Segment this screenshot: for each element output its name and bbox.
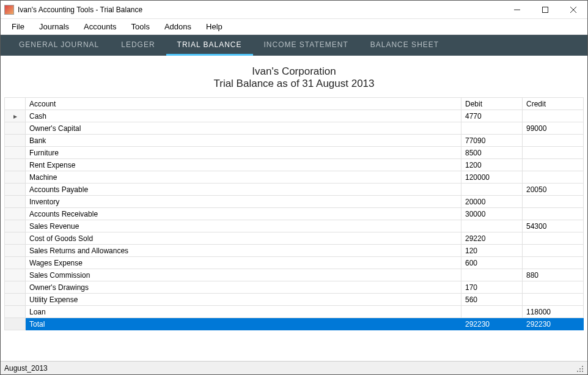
cell-debit[interactable]: 77090 xyxy=(461,135,523,147)
cell-credit[interactable]: 99000 xyxy=(523,122,584,135)
cell-account[interactable]: Accounts Payable xyxy=(26,184,461,196)
cell-account[interactable]: Wages Expense xyxy=(26,257,461,269)
row-indicator xyxy=(5,220,26,232)
cell-debit[interactable]: 30000 xyxy=(461,208,523,220)
table-row[interactable]: Owner's Drawings170 xyxy=(5,281,584,294)
minimize-button[interactable] xyxy=(503,1,531,18)
table-row[interactable]: ▸Cash4770 xyxy=(5,110,584,122)
cell-credit[interactable] xyxy=(523,257,584,269)
maximize-button[interactable] xyxy=(531,1,559,18)
cell-debit[interactable] xyxy=(461,184,523,196)
table-row[interactable]: Cost of Goods Sold29220 xyxy=(5,232,584,245)
cell-debit[interactable]: 20000 xyxy=(461,196,523,208)
table-row[interactable]: Loan118000 xyxy=(5,306,584,318)
cell-credit[interactable] xyxy=(523,110,584,122)
resize-grip-icon[interactable] xyxy=(575,364,584,373)
cell-account[interactable]: Owner's Drawings xyxy=(26,281,461,294)
cell-credit[interactable] xyxy=(523,232,584,245)
table-row[interactable]: Furniture8500 xyxy=(5,147,584,159)
cell-debit[interactable] xyxy=(461,122,523,135)
col-account[interactable]: Account xyxy=(26,98,461,110)
cell-debit[interactable]: 600 xyxy=(461,257,523,269)
tab-general-journal[interactable]: GENERAL JOURNAL xyxy=(8,35,110,56)
close-button[interactable] xyxy=(559,1,587,18)
cell-account[interactable]: Sales Revenue xyxy=(26,220,461,232)
row-indicator xyxy=(5,159,26,171)
titlebar[interactable]: Ivan's Accounting Tools - Trial Balance xyxy=(1,1,587,19)
table-row[interactable]: Sales Commission880 xyxy=(5,269,584,281)
table-row[interactable]: Utility Expense560 xyxy=(5,294,584,306)
cell-credit[interactable]: 54300 xyxy=(523,220,584,232)
tab-ledger[interactable]: LEDGER xyxy=(110,35,166,56)
cell-credit[interactable] xyxy=(523,196,584,208)
cell-account[interactable]: Utility Expense xyxy=(26,294,461,306)
table-row[interactable]: Inventory20000 xyxy=(5,196,584,208)
cell-debit[interactable]: 560 xyxy=(461,294,523,306)
cell-debit[interactable]: 170 xyxy=(461,281,523,294)
company-name: Ivan's Corporation xyxy=(1,65,587,78)
row-indicator xyxy=(5,257,26,269)
table-row[interactable]: Sales Revenue54300 xyxy=(5,220,584,232)
table-row[interactable]: Bank77090 xyxy=(5,135,584,147)
cell-debit[interactable] xyxy=(461,306,523,318)
cell-credit[interactable]: 292230 xyxy=(523,318,584,330)
row-indicator xyxy=(5,147,26,159)
cell-account[interactable]: Furniture xyxy=(26,147,461,159)
cell-credit[interactable]: 20050 xyxy=(523,184,584,196)
cell-account[interactable]: Accounts Receivable xyxy=(26,208,461,220)
col-credit[interactable]: Credit xyxy=(523,98,584,110)
cell-debit[interactable]: 292230 xyxy=(461,318,523,330)
cell-credit[interactable] xyxy=(523,171,584,184)
tab-trial-balance[interactable]: TRIAL BALANCE xyxy=(166,35,253,56)
cell-account[interactable]: Cost of Goods Sold xyxy=(26,232,461,245)
menu-item-addons[interactable]: Addons xyxy=(157,20,199,34)
row-indicator xyxy=(5,294,26,306)
menu-item-file[interactable]: File xyxy=(4,20,32,34)
menu-item-journals[interactable]: Journals xyxy=(32,20,76,34)
table-row[interactable]: Owner's Capital99000 xyxy=(5,122,584,135)
table-row[interactable]: Total292230292230 xyxy=(5,318,584,330)
cell-debit[interactable]: 29220 xyxy=(461,232,523,245)
table-row[interactable]: Sales Returns and Allowances120 xyxy=(5,245,584,257)
cell-account[interactable]: Machine xyxy=(26,171,461,184)
cell-credit[interactable] xyxy=(523,135,584,147)
cell-debit[interactable]: 1200 xyxy=(461,159,523,171)
cell-account[interactable]: Bank xyxy=(26,135,461,147)
content-area: Ivan's Corporation Trial Balance as of 3… xyxy=(1,56,587,361)
table-row[interactable]: Rent Expense1200 xyxy=(5,159,584,171)
cell-credit[interactable] xyxy=(523,281,584,294)
col-debit[interactable]: Debit xyxy=(461,98,523,110)
table-row[interactable]: Accounts Receivable30000 xyxy=(5,208,584,220)
cell-account[interactable]: Rent Expense xyxy=(26,159,461,171)
table-row[interactable]: Accounts Payable20050 xyxy=(5,184,584,196)
tab-income-statement[interactable]: INCOME STATEMENT xyxy=(253,35,359,56)
cell-account[interactable]: Cash xyxy=(26,110,461,122)
cell-credit[interactable] xyxy=(523,294,584,306)
cell-debit[interactable] xyxy=(461,269,523,281)
cell-account[interactable]: Loan xyxy=(26,306,461,318)
cell-credit[interactable]: 880 xyxy=(523,269,584,281)
cell-account[interactable]: Sales Returns and Allowances xyxy=(26,245,461,257)
cell-credit[interactable] xyxy=(523,147,584,159)
menu-item-help[interactable]: Help xyxy=(199,20,230,34)
cell-debit[interactable]: 120 xyxy=(461,245,523,257)
cell-account[interactable]: Total xyxy=(26,318,461,330)
cell-debit[interactable]: 4770 xyxy=(461,110,523,122)
cell-debit[interactable] xyxy=(461,220,523,232)
tab-balance-sheet[interactable]: BALANCE SHEET xyxy=(359,35,450,56)
cell-account[interactable]: Owner's Capital xyxy=(26,122,461,135)
cell-account[interactable]: Sales Commission xyxy=(26,269,461,281)
menu-item-tools[interactable]: Tools xyxy=(124,20,157,34)
cell-credit[interactable] xyxy=(523,208,584,220)
trial-balance-table[interactable]: Account Debit Credit ▸Cash4770Owner's Ca… xyxy=(4,97,584,330)
maximize-icon xyxy=(542,7,548,13)
table-row[interactable]: Wages Expense600 xyxy=(5,257,584,269)
cell-credit[interactable]: 118000 xyxy=(523,306,584,318)
cell-account[interactable]: Inventory xyxy=(26,196,461,208)
cell-credit[interactable] xyxy=(523,245,584,257)
cell-debit[interactable]: 8500 xyxy=(461,147,523,159)
menu-item-accounts[interactable]: Accounts xyxy=(76,20,123,34)
cell-debit[interactable]: 120000 xyxy=(461,171,523,184)
cell-credit[interactable] xyxy=(523,159,584,171)
table-row[interactable]: Machine120000 xyxy=(5,171,584,184)
